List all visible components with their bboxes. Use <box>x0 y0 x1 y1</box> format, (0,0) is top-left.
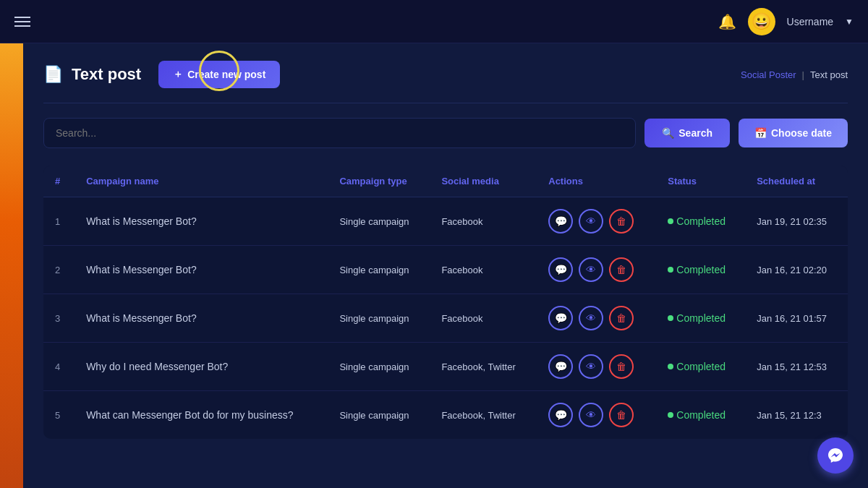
calendar-icon: 📅 <box>754 127 767 139</box>
chat-button[interactable]: 💬 <box>548 209 573 234</box>
view-button[interactable]: 👁 <box>579 403 603 427</box>
cell-scheduled-at: Jan 15, 21 12:3 <box>745 391 848 440</box>
cell-status: Completed <box>656 197 745 246</box>
status-label: Completed <box>676 312 726 324</box>
chat-button[interactable]: 💬 <box>548 403 573 427</box>
search-input-wrap <box>43 118 636 148</box>
navbar: 🔔 😀 Username ▼ <box>0 0 868 43</box>
cell-actions: 💬 👁 🗑 <box>537 343 656 391</box>
cell-social-media: Facebook, Twitter <box>430 343 537 391</box>
cell-campaign-name: Why do I need Messenger Bot? <box>75 343 328 391</box>
cell-scheduled-at: Jan 15, 21 12:53 <box>745 343 848 391</box>
cell-num: 3 <box>43 294 75 343</box>
status-dot <box>668 364 673 369</box>
search-input[interactable] <box>43 118 636 148</box>
avatar[interactable]: 😀 <box>748 8 775 35</box>
cell-campaign-type: Single campaign <box>328 294 430 343</box>
breadcrumb-separator: | <box>802 69 804 80</box>
status-dot <box>668 412 673 418</box>
col-social-media: Social media <box>430 166 537 197</box>
layout: 📄 Text post ＋ Create new post Social Pos… <box>0 43 868 488</box>
delete-button[interactable]: 🗑 <box>609 306 634 330</box>
cell-actions: 💬 👁 🗑 <box>537 391 656 440</box>
view-button[interactable]: 👁 <box>579 257 603 282</box>
cell-actions: 💬 👁 🗑 <box>537 197 656 246</box>
status-dot <box>668 267 673 273</box>
status-dot <box>668 218 673 224</box>
create-new-post-button[interactable]: ＋ Create new post <box>158 61 280 88</box>
table-row: 5 What can Messenger Bot do for my busin… <box>43 391 848 440</box>
breadcrumb: Social Poster | Text post <box>741 69 848 80</box>
chat-button[interactable]: 💬 <box>548 306 573 330</box>
cell-scheduled-at: Jan 16, 21 02:20 <box>745 246 848 294</box>
cell-campaign-type: Single campaign <box>328 246 430 294</box>
cell-status: Completed <box>656 294 745 343</box>
cell-actions: 💬 👁 🗑 <box>537 294 656 343</box>
status-label: Completed <box>676 264 726 275</box>
search-row: 🔍 Search 📅 Choose date <box>43 118 848 148</box>
campaigns-table-wrap: # Campaign name Campaign type Social med… <box>43 166 848 439</box>
sidebar <box>0 43 23 488</box>
cell-status: Completed <box>656 391 745 440</box>
cell-status: Completed <box>656 343 745 391</box>
navbar-left <box>14 17 30 27</box>
table-row: 2 What is Messenger Bot? Single campaign… <box>43 246 848 294</box>
messenger-fab[interactable] <box>817 437 854 474</box>
col-actions: Actions <box>537 166 656 197</box>
search-btn-label: Search <box>678 127 712 139</box>
cell-campaign-name: What is Messenger Bot? <box>75 246 328 294</box>
view-button[interactable]: 👁 <box>579 209 603 234</box>
choose-date-label: Choose date <box>771 127 832 139</box>
status-dot <box>668 315 673 321</box>
cell-campaign-name: What is Messenger Bot? <box>75 294 328 343</box>
campaigns-table: # Campaign name Campaign type Social med… <box>43 166 848 439</box>
cell-social-media: Facebook, Twitter <box>430 391 537 440</box>
view-button[interactable]: 👁 <box>579 306 603 330</box>
table-header-row: # Campaign name Campaign type Social med… <box>43 166 848 197</box>
cell-campaign-type: Single campaign <box>328 391 430 440</box>
page-header-left: 📄 Text post ＋ Create new post <box>43 61 280 88</box>
cell-num: 4 <box>43 343 75 391</box>
table-row: 4 Why do I need Messenger Bot? Single ca… <box>43 343 848 391</box>
cell-campaign-name: What is Messenger Bot? <box>75 197 328 246</box>
cell-num: 1 <box>43 197 75 246</box>
page-icon: 📄 <box>43 65 63 84</box>
delete-button[interactable]: 🗑 <box>609 209 634 234</box>
chat-button[interactable]: 💬 <box>548 354 573 379</box>
hamburger-icon[interactable] <box>14 17 30 27</box>
delete-button[interactable]: 🗑 <box>609 354 634 379</box>
col-scheduled-at: Scheduled at <box>745 166 848 197</box>
search-icon: 🔍 <box>662 127 674 139</box>
page-title: Text post <box>72 65 141 84</box>
chevron-down-icon[interactable]: ▼ <box>845 17 854 27</box>
choose-date-button[interactable]: 📅 Choose date <box>739 119 848 147</box>
main-content: 📄 Text post ＋ Create new post Social Pos… <box>23 43 868 488</box>
cell-campaign-type: Single campaign <box>328 197 430 246</box>
col-campaign-type: Campaign type <box>328 166 430 197</box>
user-name: Username <box>787 16 834 27</box>
delete-button[interactable]: 🗑 <box>609 257 634 282</box>
table-row: 1 What is Messenger Bot? Single campaign… <box>43 197 848 246</box>
table-row: 3 What is Messenger Bot? Single campaign… <box>43 294 848 343</box>
col-status: Status <box>656 166 745 197</box>
chat-button[interactable]: 💬 <box>548 257 573 282</box>
bell-icon[interactable]: 🔔 <box>718 13 736 30</box>
status-label: Completed <box>676 409 726 421</box>
status-label: Completed <box>676 215 726 227</box>
cell-social-media: Facebook <box>430 246 537 294</box>
cell-num: 2 <box>43 246 75 294</box>
header-divider <box>43 103 848 103</box>
cell-campaign-type: Single campaign <box>328 343 430 391</box>
status-label: Completed <box>676 361 726 372</box>
view-button[interactable]: 👁 <box>579 354 603 379</box>
cell-status: Completed <box>656 246 745 294</box>
cell-scheduled-at: Jan 16, 21 01:57 <box>745 294 848 343</box>
cell-campaign-name: What can Messenger Bot do for my busines… <box>75 391 328 440</box>
search-button[interactable]: 🔍 Search <box>644 119 730 147</box>
cell-social-media: Facebook <box>430 197 537 246</box>
page-header: 📄 Text post ＋ Create new post Social Pos… <box>43 61 848 88</box>
col-num: # <box>43 166 75 197</box>
delete-button[interactable]: 🗑 <box>609 403 634 427</box>
breadcrumb-parent[interactable]: Social Poster <box>741 69 796 80</box>
plus-icon: ＋ <box>173 68 183 81</box>
